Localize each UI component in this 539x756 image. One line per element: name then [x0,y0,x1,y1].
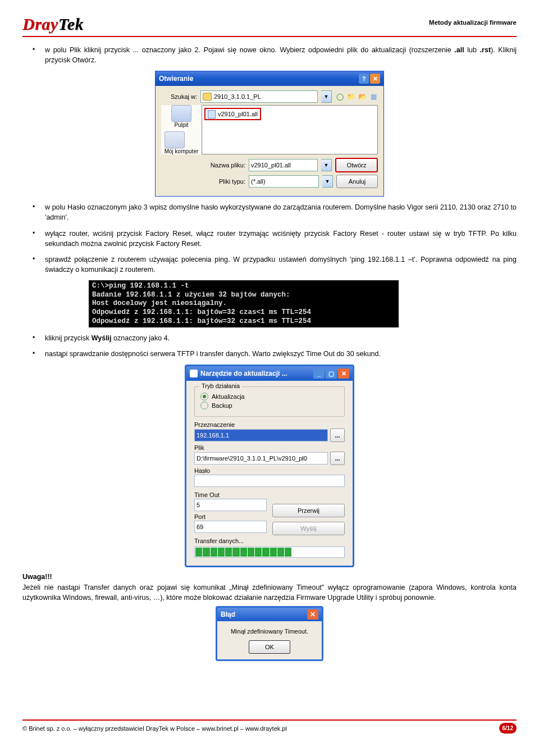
file-browse-button[interactable]: ... [330,452,345,465]
port-input[interactable]: 69 [194,521,267,533]
open-file-dialog: Otwieranie ? ✕ Szukaj w: 2910_3.1.0.1_PL… [155,71,384,197]
bullet-open-file: w polu Plik kliknij przycisk ... oznaczo… [45,45,517,65]
close-icon[interactable]: ✕ [370,74,380,84]
dialog-titlebar: Otwieranie ? ✕ [156,71,383,86]
file-label: Plik [194,444,345,451]
progress-bar [194,546,345,558]
error-message: Minął zdefiniowany Timeout. [222,628,317,635]
bullet-password: w polu Hasło oznaczonym jako 3 wpisz dom… [45,202,517,222]
filetype-select[interactable]: (*.all) [249,175,319,188]
dest-browse-button[interactable]: ... [330,429,345,442]
close-icon[interactable]: ✕ [307,609,318,620]
up-icon[interactable]: 📁 [346,92,355,101]
warning-text: Jeżeli nie nastąpi Transfer danych oraz … [22,584,517,602]
bullet-transfer: nastąpi sprawdzanie dostępności serwera … [45,349,517,359]
warning-paragraph: Uwaga!!! Jeżeli nie nastąpi Transfer dan… [22,572,517,602]
send-button[interactable]: Wyślij [272,522,345,535]
radio-icon [200,402,208,409]
cmd-screenshot: C:\>ping 192.168.1.1 -t Badanie 192.168.… [89,280,399,327]
dest-label: Przeznaczenie [194,421,345,428]
open-button[interactable]: Otwórz [335,158,378,172]
mode-caption: Tryb działania [199,382,242,389]
logo-dray: Dray [22,15,58,33]
file-item-name: v2910_pl01.all [218,111,258,117]
help-icon[interactable]: ? [359,74,369,84]
error-window: Błąd ✕ Minął zdefiniowany Timeout. OK [216,606,323,661]
pass-label: Hasło [194,467,345,474]
file-item-highlight[interactable]: v2910_pl01.all [204,108,261,120]
bullet-send: kliknij przycisk Wyślij oznaczony jako 4… [45,333,517,343]
updater-titlebar: Narzędzie do aktualizacji ... _ ▢ ✕ [186,366,353,381]
radio-update[interactable]: Aktualizacja [200,393,339,400]
folder-name: 2910_3.1.0.1_PL [214,93,261,100]
file-input[interactable]: D:\firmware\2910_3.1.0.1_PL\v2910_pl0 [194,452,328,464]
back-icon[interactable]: ◯ [335,92,344,101]
filename-label: Nazwa pliku: [206,162,245,168]
new-folder-icon[interactable]: 📂 [358,92,367,101]
bullet-factory-reset: wyłącz router, wciśnij przycisk Factory … [45,229,517,249]
maximize-icon[interactable]: ▢ [326,368,337,379]
place-computer: Mój komputer [165,148,199,154]
logo-tek: Tek [58,15,84,33]
page-header: DrayTek Metody aktualizacji firmware [22,15,517,37]
chevron-down-icon[interactable]: ▼ [322,175,333,188]
ok-button[interactable]: OK [249,640,290,654]
lookin-label: Szukaj w: [161,93,197,100]
chevron-down-icon[interactable]: ▼ [321,159,332,171]
dialog-title-text: Otwieranie [159,75,193,83]
filename-input[interactable]: v2910_pl01.all [249,159,318,171]
desktop-icon[interactable] [171,105,191,122]
port-label: Port [194,513,267,520]
close-icon[interactable]: ✕ [338,368,349,379]
timeout-label: Time Out [194,491,267,498]
dest-input[interactable]: 192.168.1.1 [194,429,328,441]
pass-input[interactable] [194,475,345,487]
warning-head: Uwaga!!! [22,573,52,581]
folder-icon [203,93,212,101]
bullet-ping: sprawdź połączenie z routerem używając p… [45,254,517,275]
chevron-down-icon[interactable]: ▼ [321,90,332,103]
view-icon[interactable]: ▦ [369,92,378,101]
computer-icon[interactable] [165,131,185,148]
page-footer: © Brinet sp. z o.o. – wyłączny przedstaw… [22,719,517,734]
transfer-label: Transfer danych... [194,538,345,544]
folder-select[interactable]: 2910_3.1.0.1_PL [200,90,318,103]
timeout-input[interactable]: 5 [194,499,267,511]
radio-icon [200,393,208,400]
updater-title-text: Narzędzie do aktualizacji ... [200,370,287,377]
cancel-button[interactable]: Anuluj [336,175,378,188]
radio-backup[interactable]: Backup [200,402,339,409]
updater-window: Narzędzie do aktualizacji ... _ ▢ ✕ Tryb… [185,365,354,567]
place-desktop: Pulpit [171,122,191,128]
app-icon [190,370,198,377]
page-number: 6/12 [499,723,517,734]
logo: DrayTek [22,15,84,34]
mode-group: Tryb działania Aktualizacja Backup [194,386,345,417]
header-subtitle: Metody aktualizacji firmware [429,19,517,26]
footer-text: © Brinet sp. z o.o. – wyłączny przedstaw… [22,725,287,732]
minimize-icon[interactable]: _ [313,368,325,379]
error-title-text: Błąd [221,611,235,618]
cancel-button[interactable]: Przerwij [272,504,345,517]
file-icon [208,110,216,119]
filetype-label: Pliki typu: [206,178,245,185]
